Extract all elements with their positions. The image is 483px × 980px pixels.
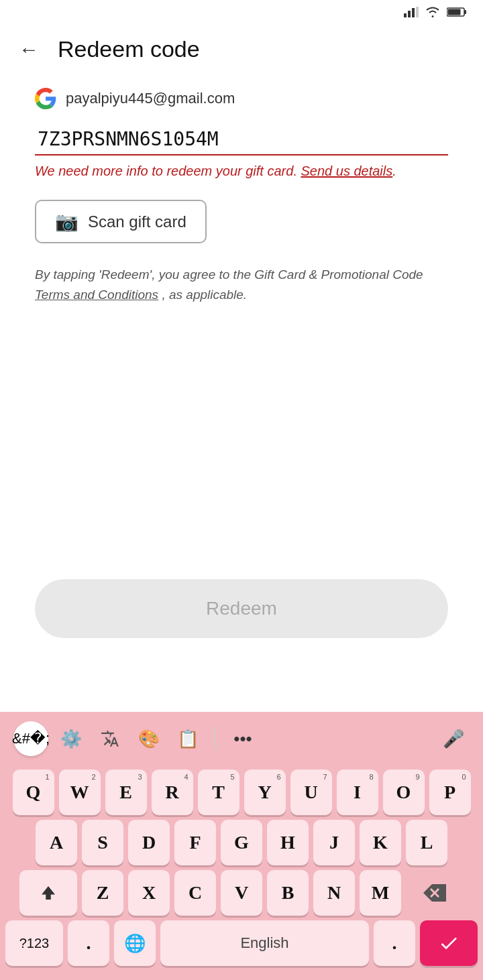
key-y[interactable]: Y6 [244,770,286,815]
key-x[interactable]: X [128,870,170,916]
key-k[interactable]: K [360,820,401,865]
key-j[interactable]: J [313,820,355,865]
svg-rect-2 [412,8,415,17]
google-logo-icon [35,88,56,109]
signal-icon [404,7,419,17]
account-row: payalpiyu445@gmail.com [35,88,448,109]
keyboard-palette-icon[interactable]: 🎨 [133,723,165,755]
keyboard: &#�; ⚙️ 🎨 📋 ••• 🎤 Q1 W2 E3 R4 T5 Y6 U7 I… [0,712,483,980]
key-o[interactable]: O9 [383,770,425,815]
key-p[interactable]: P0 [429,770,471,815]
content-area: payalpiyu445@gmail.com We need more info… [0,74,483,306]
keyboard-translate-icon[interactable] [94,723,126,755]
svg-rect-6 [448,9,461,15]
keyboard-settings-icon[interactable]: ⚙️ [55,723,87,755]
redeem-button[interactable]: Redeem [35,579,448,638]
svg-rect-1 [408,11,411,17]
terms-suffix: , as applicable. [162,288,247,302]
code-input[interactable] [35,124,448,156]
keyboard-mic-icon[interactable]: 🎤 [437,723,470,755]
error-suffix: . [392,164,396,178]
key-h[interactable]: H [267,820,309,865]
send-details-link[interactable]: Send us details [301,164,393,178]
key-shift[interactable] [19,870,77,916]
key-row-bottom: ?123 . 🌐 English . [5,920,478,973]
redeem-button-container: Redeem [35,579,448,638]
key-m[interactable]: M [360,870,401,916]
key-enter[interactable] [420,920,478,966]
keys-area: Q1 W2 E3 R4 T5 Y6 U7 I8 O9 P0 A S D F G … [0,765,483,980]
key-a[interactable]: A [36,820,77,865]
key-d[interactable]: D [128,820,170,865]
page-title: Redeem code [58,36,200,62]
svg-rect-3 [416,7,419,17]
key-g[interactable]: G [221,820,262,865]
key-row-zxcv: Z X C V B N M [5,870,478,916]
terms-text: By tapping 'Redeem', you agree to the Gi… [35,265,448,306]
wifi-icon [425,7,440,17]
key-v[interactable]: V [221,870,262,916]
back-button[interactable]: ← [19,38,39,61]
key-u[interactable]: U7 [290,770,332,815]
key-c[interactable]: C [174,870,216,916]
key-f[interactable]: F [174,820,216,865]
key-t[interactable]: T5 [198,770,239,815]
key-s[interactable]: S [82,820,123,865]
status-icons [404,7,467,17]
key-e[interactable]: E3 [105,770,147,815]
keyboard-more-icon[interactable]: ••• [227,723,259,755]
svg-rect-5 [464,10,466,14]
key-123[interactable]: ?123 [5,920,63,966]
battery-icon [447,7,467,17]
header: ← Redeem code [0,24,483,74]
terms-prefix: By tapping 'Redeem', you agree to the Gi… [35,267,423,282]
key-globe[interactable]: 🌐 [114,920,156,966]
key-b[interactable]: B [267,870,309,916]
key-w[interactable]: W2 [59,770,101,815]
account-email: payalpiyu445@gmail.com [66,90,235,107]
keyboard-clipboard-icon[interactable]: 📋 [172,723,204,755]
keyboard-back-button[interactable]: &#�; [13,721,48,756]
camera-icon: 📷 [55,210,78,233]
key-backspace[interactable] [406,870,464,916]
toolbar-separator [215,727,216,751]
status-bar [0,0,483,24]
key-row-qwerty: Q1 W2 E3 R4 T5 Y6 U7 I8 O9 P0 [5,770,478,815]
error-text: We need more info to redeem your gift ca… [35,164,297,178]
terms-link[interactable]: Terms and Conditions [35,288,158,302]
key-space[interactable]: English [160,920,369,966]
key-z[interactable]: Z [82,870,123,916]
key-r[interactable]: R4 [152,770,193,815]
key-l[interactable]: L [406,820,447,865]
code-input-container[interactable] [35,124,448,156]
error-message: We need more info to redeem your gift ca… [35,161,448,181]
scan-button-label: Scan gift card [88,212,186,231]
scan-gift-card-button[interactable]: 📷 Scan gift card [35,200,207,243]
key-period-right[interactable]: . [374,920,415,966]
key-q[interactable]: Q1 [13,770,54,815]
key-row-asdf: A S D F G H J K L [5,820,478,865]
key-period-left[interactable]: . [68,920,109,966]
keyboard-toolbar: &#�; ⚙️ 🎨 📋 ••• 🎤 [0,712,483,765]
key-n[interactable]: N [313,870,355,916]
svg-rect-0 [404,13,407,17]
key-i[interactable]: I8 [337,770,378,815]
